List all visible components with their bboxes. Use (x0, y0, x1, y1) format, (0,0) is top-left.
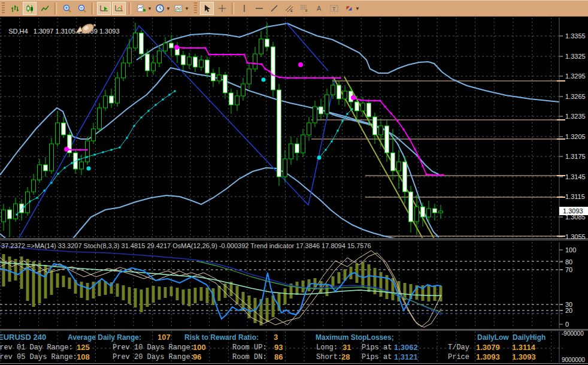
svg-text:1.3055: 1.3055 (565, 233, 586, 240)
svg-text:1.3295: 1.3295 (565, 73, 586, 80)
svg-text:1.3205: 1.3205 (565, 133, 586, 140)
svg-text:9000000: 9000000 (562, 357, 585, 363)
svg-text:1.3265: 1.3265 (565, 93, 586, 100)
svg-text:1.3235: 1.3235 (565, 113, 586, 120)
short-label: Short: (316, 353, 342, 361)
chart-title: SD,H4 1.3097 1.3105 1.3089 1.3093 (1, 20, 120, 42)
short-value: 28 (341, 352, 350, 361)
svg-text:1.3145: 1.3145 (565, 173, 586, 180)
dailylow-header: DailyLow (477, 333, 509, 342)
svg-text:100: 100 (565, 246, 576, 254)
rr-value: 3 (274, 333, 278, 342)
p01-value: 125 (77, 343, 90, 352)
tday-low: 1.3079 (476, 343, 500, 352)
price-high: 1.3093 (512, 352, 536, 361)
pips-at2-value: 1.3121 (394, 352, 418, 361)
svg-text:1.3325: 1.3325 (565, 53, 586, 60)
price-label: Price (448, 353, 469, 361)
long-value: 31 (343, 343, 351, 352)
adr-value: 107 (157, 333, 171, 342)
p10-value: 100 (193, 343, 206, 352)
svg-text:1.3355: 1.3355 (565, 32, 586, 40)
svg-text:80: 80 (565, 258, 572, 266)
svg-text:-900000: -900000 (562, 330, 584, 337)
dailyhigh-header: DailyHigh (513, 333, 545, 342)
pips-at1-value: 1.3062 (394, 343, 418, 352)
pips-at1-label: Pips at (362, 343, 392, 352)
p20-value: 96 (193, 352, 201, 361)
maxsl-label: Maximum StopLosses; (316, 333, 394, 342)
roomdn-value: 86 (274, 352, 283, 361)
svg-text:0: 0 (565, 321, 569, 328)
roomdn-label: Room DN: (232, 353, 267, 361)
indicator-pane-label: 37.2372 =>MA(14) 33.3207 Stoch(8,3,3) 31… (1, 242, 371, 249)
pips-at2-label: Pips at (362, 353, 392, 361)
p20-label: Prev 20 Days Range: (113, 353, 195, 361)
roomup-value: 93 (274, 343, 283, 352)
svg-text:20: 20 (565, 307, 572, 314)
tday-high: 1.3114 (512, 343, 535, 352)
p01-label: Prev 01 Day Range: (0, 343, 73, 352)
rr-label: Risk to Reward Ratio: (184, 333, 259, 342)
current-price-box: 1.3093 (559, 207, 588, 215)
svg-text:1.3175: 1.3175 (565, 153, 586, 160)
info-symbol: EURUSD 240 (0, 333, 46, 342)
tday-label: T/Day (448, 343, 469, 352)
long-label: Long: (316, 343, 338, 352)
mt4-window: ▼ ▼ ▼ (0, 0, 588, 365)
p05-label: Prev 05 Days Range: (0, 353, 77, 361)
svg-text:70: 70 (565, 266, 572, 273)
symbol-period-label: SD,H4 (8, 28, 28, 35)
adr-label: Average Daily Range: (68, 333, 141, 342)
ohlc-values: 1.3097 1.3105 1.3089 1.3093 (34, 28, 120, 35)
p10-label: Prev 10 Days Range: (113, 343, 195, 352)
svg-text:1.3115: 1.3115 (565, 193, 585, 200)
svg-text:1.3093: 1.3093 (563, 207, 583, 215)
chart-canvas[interactable]: 1.33551.33251.32951.32651.32351.32051.31… (0, 0, 588, 365)
p05-value: 108 (77, 352, 90, 361)
price-low: 1.3093 (476, 352, 500, 361)
roomup-label: Room UP: (232, 343, 267, 352)
